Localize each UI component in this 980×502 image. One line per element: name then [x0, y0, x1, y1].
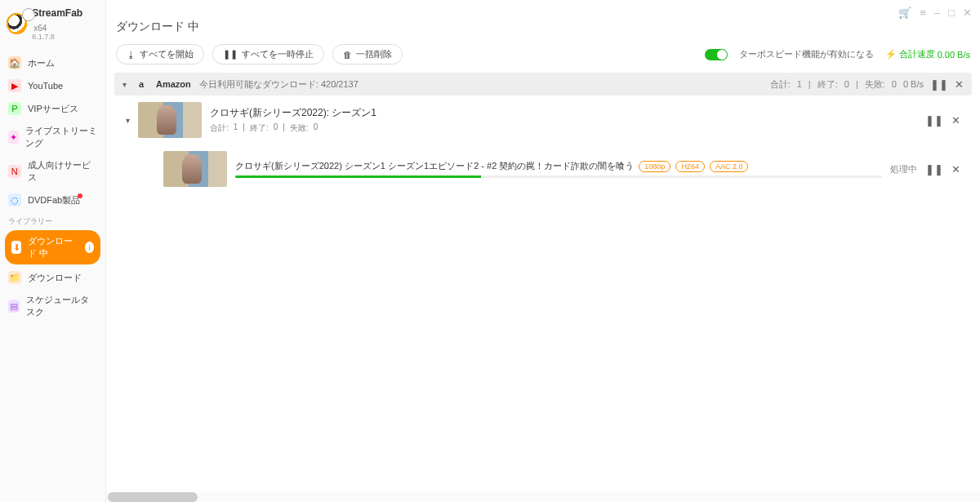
- nav-downloading[interactable]: ⬇ダウンロード 中i: [5, 230, 100, 264]
- folder-icon: 📁: [8, 271, 21, 284]
- nav-dvdfab[interactable]: ◌DVDFab製品: [0, 189, 105, 211]
- turbo-toggle[interactable]: [705, 49, 728, 60]
- minimize-icon[interactable]: –: [934, 7, 940, 19]
- btn-label: すべてを開始: [140, 48, 194, 60]
- group-subtitle: 今日利用可能なダウンロード: 420/2137: [199, 78, 359, 91]
- nav-label: DVDFab製品: [28, 194, 80, 207]
- nav: 🏠ホーム ▶YouTube PVIPサービス ✦ライブストリーミング N成人向け…: [0, 47, 105, 323]
- bolt-icon: ⚡: [885, 49, 897, 60]
- nav-label: ダウンロード 中: [28, 235, 78, 260]
- group-header: ▾ a Amazon 今日利用可能なダウンロード: 420/2137 合計:1|…: [114, 73, 972, 96]
- schedule-icon: ▤: [8, 300, 20, 313]
- start-all-button[interactable]: ⭳すべてを開始: [116, 44, 204, 64]
- stat-done: 0: [274, 122, 278, 134]
- page-title: ダウンロード 中: [114, 20, 972, 41]
- sidebar: StreamFab x64 6.1.7.8 🏠ホーム ▶YouTube PVIP…: [0, 0, 106, 502]
- stat-fail-label: 失敗:: [290, 122, 309, 134]
- episode-status: 処理中: [890, 163, 917, 175]
- stat-done-label: 終了:: [250, 122, 269, 134]
- chip-resolution: 1080p: [639, 161, 670, 172]
- btn-label: 一括削除: [356, 48, 392, 60]
- close-episode-icon[interactable]: ✕: [951, 163, 960, 175]
- chevron-down-icon[interactable]: ▾: [126, 116, 130, 125]
- group-service: Amazon: [156, 79, 191, 89]
- stat-done: 0: [844, 79, 849, 89]
- toolbar: ⭳すべてを開始 ❚❚すべてを一時停止 🗑一括削除 ターボスピード機能が有効になる…: [114, 41, 972, 73]
- new-dot-icon: [78, 193, 82, 198]
- stat-total-label: 合計:: [210, 122, 229, 134]
- nav-label: ライブストリーミング: [25, 125, 97, 149]
- main: 🛒 ≡ – □ ✕ ダウンロード 中 ⭳すべてを開始 ❚❚すべてを一時停止 🗑一…: [106, 0, 980, 502]
- season-row: ▾ クロサギ(新シリーズ2022): シーズン1 合計:1| 終了:0| 失敗:…: [114, 96, 972, 144]
- delete-all-button[interactable]: 🗑一括削除: [332, 44, 403, 64]
- pause-group-icon[interactable]: ❚❚: [930, 78, 948, 91]
- nav-label: VIPサービス: [28, 103, 78, 115]
- dvdfab-icon: ◌: [8, 193, 21, 207]
- nav-home[interactable]: 🏠ホーム: [0, 51, 105, 74]
- pause-season-icon[interactable]: ❚❚: [925, 114, 943, 127]
- horizontal-scrollbar[interactable]: [106, 492, 980, 502]
- episode-thumbnail: [163, 151, 227, 187]
- brand-edition: x64: [33, 24, 47, 33]
- episode-info: クロサギ(新シリーズ2022) シーズン1 シーズン1エピソード2 - #2 契…: [235, 160, 882, 178]
- menu-icon[interactable]: ≡: [920, 7, 926, 19]
- toolbar-right: ターボスピード機能が有効になる ⚡合計速度 0.00 B/s: [705, 48, 970, 60]
- episode-row: クロサギ(新シリーズ2022) シーズン1 シーズン1エピソード2 - #2 契…: [114, 144, 972, 193]
- btn-label: すべてを一時停止: [242, 48, 314, 60]
- nav-youtube[interactable]: ▶YouTube: [0, 74, 105, 97]
- nav-downloaded[interactable]: 📁ダウンロード: [0, 266, 105, 289]
- nav-schedule[interactable]: ▤スケジュールタスク: [0, 289, 105, 323]
- season-body: クロサギ(新シリーズ2022): シーズン1 合計:1| 終了:0| 失敗:0: [210, 106, 917, 134]
- season-thumbnail: [138, 102, 202, 138]
- stat-fail: 0: [314, 122, 318, 134]
- adult-icon: N: [8, 165, 21, 178]
- nav-vip[interactable]: PVIPサービス: [0, 97, 105, 120]
- stat-total: 1: [234, 122, 238, 134]
- nav-label: スケジュールタスク: [26, 294, 97, 318]
- progress-bar-track: [235, 175, 882, 178]
- nav-label: ダウンロード: [28, 272, 82, 284]
- pause-all-button[interactable]: ❚❚すべてを一時停止: [212, 44, 324, 64]
- close-icon[interactable]: ✕: [963, 7, 972, 19]
- chevron-down-icon[interactable]: ▾: [122, 80, 127, 89]
- home-icon: 🏠: [8, 56, 21, 69]
- episode-right: 処理中 ❚❚ ✕: [890, 163, 960, 175]
- nav-label: ホーム: [28, 57, 55, 69]
- nav-live[interactable]: ✦ライブストリーミング: [0, 120, 105, 154]
- live-icon: ✦: [8, 131, 19, 144]
- brand-logo-icon: [7, 13, 27, 34]
- season-title: クロサギ(新シリーズ2022): シーズン1: [210, 106, 917, 120]
- brand-text: StreamFab x64 6.1.7.8: [32, 5, 99, 42]
- download-icon: ⬇: [11, 241, 21, 254]
- nav-label: YouTube: [28, 81, 63, 91]
- speed-value: 0.00 B/s: [938, 50, 970, 60]
- titlebar: 🛒 ≡ – □ ✕: [114, 5, 972, 20]
- stat-done-label: 終了:: [817, 78, 838, 91]
- chip-codec: H264: [675, 161, 705, 172]
- stat-rate: 0 B/s: [903, 79, 924, 89]
- season-stats: 合計:1| 終了:0| 失敗:0: [210, 122, 917, 134]
- pause-episode-icon[interactable]: ❚❚: [925, 163, 943, 175]
- turbo-label: ターボスピード機能が有効になる: [739, 48, 874, 60]
- scrollbar-thumb[interactable]: [108, 492, 198, 502]
- nav-adult[interactable]: N成人向けサービス: [0, 154, 105, 189]
- speed-label: 合計速度: [899, 48, 935, 60]
- brand: StreamFab x64 6.1.7.8: [0, 0, 105, 47]
- cart-icon[interactable]: 🛒: [898, 7, 911, 19]
- group-stats: 合計:1| 終了:0| 失敗:0 0 B/s ❚❚ ✕: [770, 78, 964, 91]
- trash-icon: 🗑: [343, 50, 352, 60]
- progress-bar-fill: [235, 175, 481, 178]
- info-badge-icon: i: [85, 242, 94, 253]
- close-group-icon[interactable]: ✕: [955, 78, 964, 91]
- chip-audio: AAC 2.0: [710, 161, 749, 172]
- episode-title: クロサギ(新シリーズ2022) シーズン1 シーズン1エピソード2 - #2 契…: [235, 160, 634, 172]
- close-season-icon[interactable]: ✕: [951, 114, 960, 127]
- stat-fail-label: 失敗:: [865, 78, 885, 91]
- maximize-icon[interactable]: □: [948, 7, 955, 19]
- brand-name: StreamFab: [32, 7, 82, 19]
- brand-version: 6.1.7.8: [32, 33, 99, 42]
- pause-icon: ❚❚: [223, 49, 238, 60]
- amazon-icon: a: [135, 78, 148, 91]
- nav-label: 成人向けサービス: [28, 159, 97, 184]
- stat-total: 1: [797, 79, 802, 89]
